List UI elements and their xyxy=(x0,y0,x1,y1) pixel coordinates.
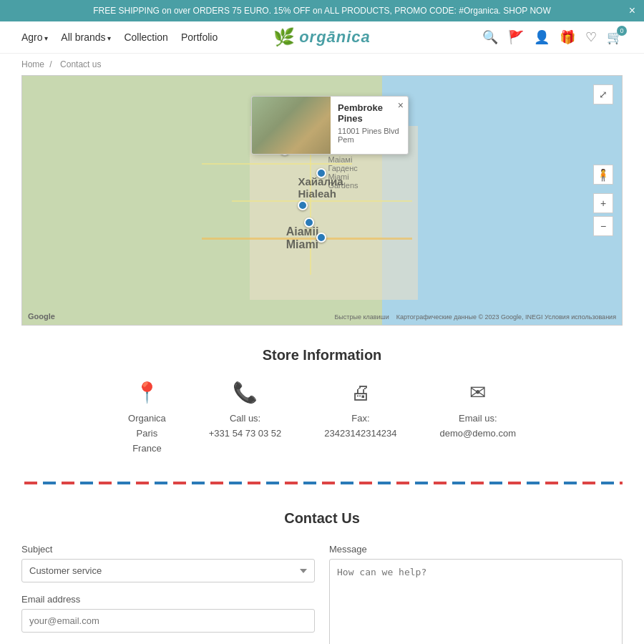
store-fax-icon: 🖨 xyxy=(351,381,371,404)
banner-close[interactable]: × xyxy=(629,4,635,17)
subject-group: Subject Customer service General inquiry… xyxy=(21,544,315,582)
map-person-btn[interactable]: 🧍 xyxy=(593,165,613,185)
message-textarea[interactable] xyxy=(329,559,623,644)
map-fullscreen-btn[interactable]: ⤢ xyxy=(593,84,613,104)
email-label: Email address xyxy=(21,594,315,605)
map-google-logo: Google xyxy=(28,312,55,321)
store-info-title: Store Information xyxy=(21,347,623,364)
map-road-1 xyxy=(232,200,411,202)
search-icon[interactable]: 🔍 xyxy=(482,29,498,45)
map-popup: × Pembroke Pines 11001 Pines Blvd Pem xyxy=(251,96,409,155)
cart-badge: 0 xyxy=(617,26,627,36)
store-email-text: Email us:demo@demo.com xyxy=(440,411,516,441)
store-phone-icon: 📞 xyxy=(233,381,258,404)
logo-text: orgānica xyxy=(299,28,371,47)
heart-icon[interactable]: ♡ xyxy=(585,29,597,45)
map-attribution: Быстрые клавиши Картографические данные … xyxy=(334,313,616,321)
nav-agro[interactable]: Agro xyxy=(21,31,48,43)
form-right: Message xyxy=(329,544,623,644)
map-zoom-out[interactable]: − xyxy=(593,216,613,236)
map-container: ХайалиаHialeah ХоливудHollywood АіамііMi… xyxy=(21,75,623,326)
map-label-miami: АіамііMiami xyxy=(286,225,319,251)
store-phone-text: Call us:+331 54 73 03 52 xyxy=(209,411,282,441)
map-popup-image xyxy=(252,97,331,154)
map-controls: ⤢ 🧍 + − xyxy=(593,84,613,236)
contact-form: Subject Customer service General inquiry… xyxy=(21,544,623,644)
store-card-address: 📍 OrganicaParisFrance xyxy=(128,381,166,456)
flag-icon[interactable]: 🚩 xyxy=(508,29,524,45)
subject-label: Subject xyxy=(21,544,315,555)
store-card-fax: 🖨 Fax:23423142314234 xyxy=(324,381,396,456)
nav-collection[interactable]: Collection xyxy=(124,31,167,43)
contact-title: Contact Us xyxy=(21,510,623,527)
map-zoom-in[interactable]: + xyxy=(593,193,613,213)
breadcrumb-separator: / xyxy=(49,59,52,69)
gift-icon[interactable]: 🎁 xyxy=(560,29,575,45)
form-left: Subject Customer service General inquiry… xyxy=(21,544,315,644)
nav-brands[interactable]: All brands xyxy=(61,31,111,43)
banner-text: FREE SHIPPING on over ORDERS 75 EURO. 15… xyxy=(93,6,551,16)
map-popup-title: Pembroke Pines xyxy=(338,102,401,124)
logo: 🌿 orgānica xyxy=(222,27,422,47)
header: Agro All brands Collection Portfolio 🌿 o… xyxy=(0,21,644,54)
map-attrib-text: Картографические данные © 2023 Google, I… xyxy=(396,313,616,321)
user-icon[interactable]: 👤 xyxy=(534,29,550,45)
logo-icon: 🌿 xyxy=(273,27,295,47)
nav-right: 🔍 🚩 👤 🎁 ♡ 🛒0 xyxy=(422,29,623,45)
store-email-icon: ✉ xyxy=(469,381,486,404)
map-popup-info: Pembroke Pines 11001 Pines Blvd Pem xyxy=(331,97,408,150)
store-info-section: Store Information 📍 OrganicaParisFrance … xyxy=(0,326,644,470)
contact-section: Contact Us Subject Customer service Gene… xyxy=(0,496,644,644)
breadcrumb-home[interactable]: Home xyxy=(21,59,44,69)
cart-icon[interactable]: 🛒0 xyxy=(607,29,623,45)
map-marker-2[interactable] xyxy=(316,168,326,178)
map-label-miami-gardens: МаіаміГарденсMiamiGardens xyxy=(328,155,358,190)
breadcrumb-current: Contact us xyxy=(60,59,101,69)
breadcrumb: Home / Contact us xyxy=(0,54,644,75)
store-card-phone: 📞 Call us:+331 54 73 03 52 xyxy=(209,381,282,456)
map-popup-address: 11001 Pines Blvd Pem xyxy=(338,127,401,144)
store-address-icon: 📍 xyxy=(135,381,160,404)
map-background: ХайалиаHialeah ХоливудHollywood АіамііMi… xyxy=(22,76,622,325)
message-label: Message xyxy=(329,544,623,555)
subject-select[interactable]: Customer service General inquiry Order i… xyxy=(21,559,315,582)
nav-portfolio[interactable]: Portfolio xyxy=(181,31,218,43)
nav-left: Agro All brands Collection Portfolio xyxy=(21,31,222,43)
store-card-email: ✉ Email us:demo@demo.com xyxy=(440,381,516,456)
map-popup-close[interactable]: × xyxy=(398,99,404,111)
message-group: Message xyxy=(329,544,623,644)
store-address-text: OrganicaParisFrance xyxy=(128,411,166,456)
store-fax-text: Fax:23423142314234 xyxy=(324,411,396,441)
dashed-divider xyxy=(21,477,623,489)
map-marker-5[interactable] xyxy=(316,233,326,243)
top-banner: FREE SHIPPING on over ORDERS 75 EURO. 15… xyxy=(0,0,644,21)
email-group: Email address xyxy=(21,594,315,633)
store-cards: 📍 OrganicaParisFrance 📞 Call us:+331 54 … xyxy=(21,381,623,456)
email-input[interactable] xyxy=(21,609,315,633)
map-keyboard: Быстрые клавиши xyxy=(334,313,389,321)
